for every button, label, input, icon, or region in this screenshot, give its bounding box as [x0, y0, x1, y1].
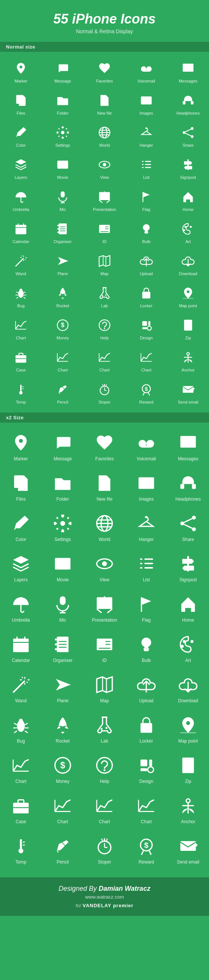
icon-item-signpost-large[interactable]: Signpost: [167, 547, 209, 588]
icon-item-rocket-large[interactable]: Rocket: [42, 709, 84, 749]
icon-item-organiser[interactable]: Organiser: [42, 216, 84, 248]
icon-item-view[interactable]: View: [84, 152, 125, 184]
icon-item-organiser-large[interactable]: Organiser: [42, 628, 84, 668]
icon-item-bug[interactable]: Bug: [0, 280, 42, 312]
icon-item-share[interactable]: Share: [167, 120, 209, 152]
icon-item-layers[interactable]: Layers: [0, 152, 42, 184]
icon-item-anchor[interactable]: Anchor: [167, 345, 209, 377]
icon-item-money-large[interactable]: $Money: [42, 749, 84, 789]
icon-item-folder[interactable]: Folder: [42, 88, 84, 120]
icon-item-help-large[interactable]: Help: [84, 749, 125, 789]
icon-item-new-file-large[interactable]: New file: [84, 467, 125, 507]
icon-item-messages-large[interactable]: Messages: [167, 426, 209, 467]
icon-item-design-large[interactable]: Design: [125, 749, 167, 789]
icon-item-pencil[interactable]: Pencil: [42, 377, 84, 409]
icon-item-message-large[interactable]: Message: [42, 426, 84, 467]
icon-item-anchor-large[interactable]: Anchor: [167, 789, 209, 830]
icon-item-temp[interactable]: Temp: [0, 377, 42, 409]
icon-item-home-large[interactable]: Home: [167, 588, 209, 628]
icon-item-chart-large[interactable]: Chart: [125, 789, 167, 830]
icon-item-flag[interactable]: Flag: [125, 184, 167, 216]
icon-item-movie[interactable]: Movie: [42, 152, 84, 184]
icon-item-bug-large[interactable]: Bug: [0, 709, 42, 749]
icon-item-color[interactable]: Color: [0, 120, 42, 152]
icon-item-upload-large[interactable]: Upload: [125, 668, 167, 709]
icon-item-home[interactable]: Home: [167, 184, 209, 216]
icon-item-bulb-large[interactable]: Bulb: [125, 628, 167, 668]
icon-item-settings-large[interactable]: Settings: [42, 507, 84, 547]
icon-item-chart-large[interactable]: Chart: [0, 749, 42, 789]
icon-item-signpost[interactable]: Signpost: [167, 152, 209, 184]
icon-item-folder-large[interactable]: Folder: [42, 467, 84, 507]
icon-item-chart[interactable]: Chart: [84, 345, 125, 377]
icon-item-mic[interactable]: Mic: [42, 184, 84, 216]
icon-item-umbrella-large[interactable]: Umbrella: [0, 588, 42, 628]
icon-item-headphones-large[interactable]: Headphones: [167, 467, 209, 507]
icon-item-map[interactable]: Map: [84, 248, 125, 280]
icon-item-art-large[interactable]: Art: [167, 628, 209, 668]
icon-item-art[interactable]: Art: [167, 216, 209, 248]
icon-item-rocket[interactable]: Rocket: [42, 280, 84, 312]
icon-item-design[interactable]: Design: [125, 312, 167, 345]
icon-item-reward-large[interactable]: $Reward: [125, 830, 167, 870]
icon-item-pencil-large[interactable]: Pencil: [42, 830, 84, 870]
icon-item-download[interactable]: Download: [167, 248, 209, 280]
icon-item-images[interactable]: Images: [125, 88, 167, 120]
icon-item-voicemail[interactable]: Voicemail: [125, 56, 167, 88]
icon-item-bulb[interactable]: Bulb: [125, 216, 167, 248]
icon-item-presentation-large[interactable]: Presentation: [84, 588, 125, 628]
icon-item-calendar[interactable]: 12Calendar: [0, 216, 42, 248]
icon-item-stoper-large[interactable]: Stoper: [84, 830, 125, 870]
icon-item-messages[interactable]: Messages: [167, 56, 209, 88]
icon-item-id[interactable]: ID: [84, 216, 125, 248]
icon-item-chart[interactable]: Chart: [0, 312, 42, 345]
icon-item-locker[interactable]: Locker: [125, 280, 167, 312]
icon-item-chart-large[interactable]: Chart: [84, 789, 125, 830]
icon-item-marker-large[interactable]: Marker: [0, 426, 42, 467]
icon-item-help[interactable]: Help: [84, 312, 125, 345]
icon-item-calendar-large[interactable]: 12Calendar: [0, 628, 42, 668]
icon-item-chart-large[interactable]: Chart: [42, 789, 84, 830]
icon-item-marker[interactable]: Marker: [0, 56, 42, 88]
icon-item-locker-large[interactable]: Locker: [125, 709, 167, 749]
icon-item-world[interactable]: World: [84, 120, 125, 152]
icon-item-files[interactable]: Files: [0, 88, 42, 120]
icon-item-new-file[interactable]: New file: [84, 88, 125, 120]
icon-item-case[interactable]: Case: [0, 345, 42, 377]
icon-item-favorites-large[interactable]: Favorites: [84, 426, 125, 467]
icon-item-share-large[interactable]: Share: [167, 507, 209, 547]
icon-item-settings[interactable]: Settings: [42, 120, 84, 152]
icon-item-zip[interactable]: Zip: [167, 312, 209, 345]
icon-item-map-point-large[interactable]: Map point: [167, 709, 209, 749]
icon-item-wand[interactable]: Wand: [0, 248, 42, 280]
icon-item-upload[interactable]: Upload: [125, 248, 167, 280]
icon-item-map-large[interactable]: Map: [84, 668, 125, 709]
icon-item-temp-large[interactable]: Temp: [0, 830, 42, 870]
icon-item-mic-large[interactable]: Mic: [42, 588, 84, 628]
icon-item-zip-large[interactable]: Zip: [167, 749, 209, 789]
icon-item-plane[interactable]: Plane: [42, 248, 84, 280]
icon-item-lab[interactable]: Lab: [84, 280, 125, 312]
icon-item-plane-large[interactable]: Plane: [42, 668, 84, 709]
icon-item-color-large[interactable]: Color: [0, 507, 42, 547]
icon-item-images-large[interactable]: Images: [125, 467, 167, 507]
icon-item-stoper[interactable]: Stoper: [84, 377, 125, 409]
icon-item-list-large[interactable]: List: [125, 547, 167, 588]
icon-item-headphones[interactable]: Headphones: [167, 88, 209, 120]
icon-item-view-large[interactable]: View: [84, 547, 125, 588]
icon-item-chart[interactable]: Chart: [42, 345, 84, 377]
icon-item-movie-large[interactable]: Movie: [42, 547, 84, 588]
icon-item-list[interactable]: List: [125, 152, 167, 184]
icon-item-money[interactable]: $Money: [42, 312, 84, 345]
icon-item-map-point[interactable]: Map point: [167, 280, 209, 312]
icon-item-case-large[interactable]: Case: [0, 789, 42, 830]
icon-item-umbrella[interactable]: Umbrella: [0, 184, 42, 216]
icon-item-reward[interactable]: $Reward: [125, 377, 167, 409]
icon-item-send-email[interactable]: Send email: [167, 377, 209, 409]
icon-item-send-email-large[interactable]: Send email: [167, 830, 209, 870]
icon-item-id-large[interactable]: ID: [84, 628, 125, 668]
icon-item-download-large[interactable]: Download: [167, 668, 209, 709]
icon-item-flag-large[interactable]: Flag: [125, 588, 167, 628]
icon-item-chart[interactable]: Chart: [125, 345, 167, 377]
icon-item-world-large[interactable]: World: [84, 507, 125, 547]
